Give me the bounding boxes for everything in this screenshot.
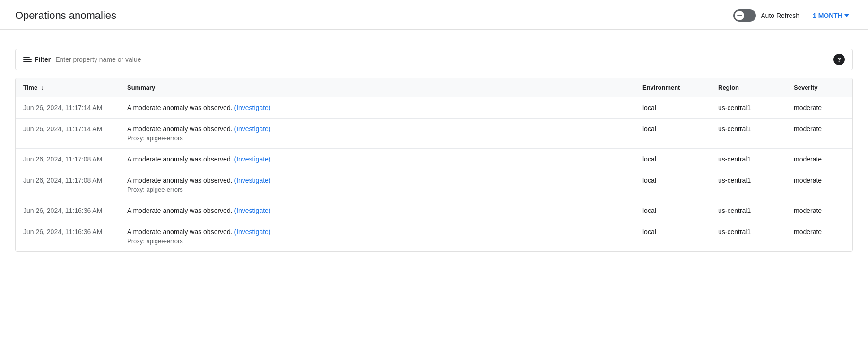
sort-down-icon: ↓ xyxy=(41,84,44,91)
cell-region: us-central1 xyxy=(711,149,786,170)
cell-environment: local xyxy=(635,119,711,149)
hamburger-line-2 xyxy=(23,59,32,60)
table-row: Jun 26, 2024, 11:16:36 AMA moderate anom… xyxy=(16,221,852,252)
auto-refresh-label: Auto Refresh xyxy=(761,12,799,19)
table-row: Jun 26, 2024, 11:17:14 AMA moderate anom… xyxy=(16,97,852,119)
main-content: Filter ? Time ↓ Summary Enviro xyxy=(0,30,868,263)
col-summary-label: Summary xyxy=(127,84,155,91)
auto-refresh-container: Auto Refresh xyxy=(733,9,799,22)
page-header: Operations anomalies Auto Refresh 1 MONT… xyxy=(0,0,868,30)
col-header-summary: Summary xyxy=(120,78,635,97)
summary-text: A moderate anomaly was observed. (Invest… xyxy=(127,155,271,163)
table-row: Jun 26, 2024, 11:17:08 AMA moderate anom… xyxy=(16,149,852,170)
auto-refresh-toggle[interactable] xyxy=(733,9,756,22)
cell-severity: moderate xyxy=(786,149,852,170)
toggle-track[interactable] xyxy=(733,9,756,22)
summary-text: A moderate anomaly was observed. (Invest… xyxy=(127,207,271,214)
page-title: Operations anomalies xyxy=(15,9,116,22)
table-row: Jun 26, 2024, 11:17:14 AMA moderate anom… xyxy=(16,119,852,149)
filter-left: Filter xyxy=(23,56,833,63)
investigate-link[interactable]: (Investigate) xyxy=(234,125,270,133)
chevron-down-icon xyxy=(844,14,849,17)
cell-summary: A moderate anomaly was observed. (Invest… xyxy=(120,149,635,170)
investigate-link[interactable]: (Investigate) xyxy=(234,155,270,163)
col-environment-label: Environment xyxy=(642,84,680,91)
col-time-label: Time xyxy=(23,84,37,91)
cell-time: Jun 26, 2024, 11:17:08 AM xyxy=(16,170,120,200)
cell-time: Jun 26, 2024, 11:17:14 AM xyxy=(16,97,120,119)
investigate-link[interactable]: (Investigate) xyxy=(234,228,270,236)
cell-time: Jun 26, 2024, 11:16:36 AM xyxy=(16,221,120,252)
cell-time: Jun 26, 2024, 11:17:08 AM xyxy=(16,149,120,170)
filter-input[interactable] xyxy=(55,56,833,63)
cell-summary: A moderate anomaly was observed. (Invest… xyxy=(120,221,635,252)
anomalies-table-wrapper: Time ↓ Summary Environment Region Severi… xyxy=(15,78,853,252)
col-header-environment: Environment xyxy=(635,78,711,97)
cell-summary: A moderate anomaly was observed. (Invest… xyxy=(120,97,635,119)
table-row: Jun 26, 2024, 11:16:36 AMA moderate anom… xyxy=(16,200,852,221)
cell-time: Jun 26, 2024, 11:17:14 AM xyxy=(16,119,120,149)
proxy-label: Proxy: apigee-errors xyxy=(127,186,627,193)
time-range-label: 1 MONTH xyxy=(813,12,842,19)
col-header-time[interactable]: Time ↓ xyxy=(16,78,120,97)
cell-region: us-central1 xyxy=(711,170,786,200)
filter-bar: Filter ? xyxy=(15,49,853,70)
hamburger-line-3 xyxy=(23,61,32,62)
cell-severity: moderate xyxy=(786,97,852,119)
cell-region: us-central1 xyxy=(711,97,786,119)
filter-button[interactable]: Filter xyxy=(23,56,51,63)
help-icon[interactable]: ? xyxy=(833,54,845,65)
header-controls: Auto Refresh 1 MONTH xyxy=(733,9,853,22)
filter-label: Filter xyxy=(35,56,51,63)
summary-text: A moderate anomaly was observed. (Invest… xyxy=(127,125,271,133)
table-header: Time ↓ Summary Environment Region Severi… xyxy=(16,78,852,97)
cell-severity: moderate xyxy=(786,221,852,252)
cell-summary: A moderate anomaly was observed. (Invest… xyxy=(120,170,635,200)
investigate-link[interactable]: (Investigate) xyxy=(234,207,270,214)
cell-time: Jun 26, 2024, 11:16:36 AM xyxy=(16,200,120,221)
col-header-region: Region xyxy=(711,78,786,97)
cell-region: us-central1 xyxy=(711,200,786,221)
anomalies-table: Time ↓ Summary Environment Region Severi… xyxy=(16,78,852,251)
cell-environment: local xyxy=(635,200,711,221)
summary-text: A moderate anomaly was observed. (Invest… xyxy=(127,228,271,236)
table-body: Jun 26, 2024, 11:17:14 AMA moderate anom… xyxy=(16,97,852,252)
cell-environment: local xyxy=(635,149,711,170)
summary-text: A moderate anomaly was observed. (Invest… xyxy=(127,177,271,184)
proxy-label: Proxy: apigee-errors xyxy=(127,237,627,245)
col-region-label: Region xyxy=(718,84,739,91)
table-header-row: Time ↓ Summary Environment Region Severi… xyxy=(16,78,852,97)
investigate-link[interactable]: (Investigate) xyxy=(234,177,270,184)
cell-severity: moderate xyxy=(786,170,852,200)
toggle-thumb xyxy=(735,11,744,20)
cell-environment: local xyxy=(635,221,711,252)
proxy-label: Proxy: apigee-errors xyxy=(127,135,627,142)
filter-icon xyxy=(23,57,32,62)
summary-text: A moderate anomaly was observed. (Invest… xyxy=(127,104,271,111)
cell-region: us-central1 xyxy=(711,221,786,252)
cell-summary: A moderate anomaly was observed. (Invest… xyxy=(120,119,635,149)
cell-severity: moderate xyxy=(786,119,852,149)
table-row: Jun 26, 2024, 11:17:08 AMA moderate anom… xyxy=(16,170,852,200)
col-severity-label: Severity xyxy=(794,84,818,91)
filter-section: Filter ? xyxy=(15,41,853,70)
cell-severity: moderate xyxy=(786,200,852,221)
hamburger-line-1 xyxy=(23,57,30,58)
investigate-link[interactable]: (Investigate) xyxy=(234,104,270,111)
cell-environment: local xyxy=(635,97,711,119)
time-range-button[interactable]: 1 MONTH xyxy=(809,10,853,21)
cell-region: us-central1 xyxy=(711,119,786,149)
col-header-severity: Severity xyxy=(786,78,852,97)
cell-summary: A moderate anomaly was observed. (Invest… xyxy=(120,200,635,221)
cell-environment: local xyxy=(635,170,711,200)
